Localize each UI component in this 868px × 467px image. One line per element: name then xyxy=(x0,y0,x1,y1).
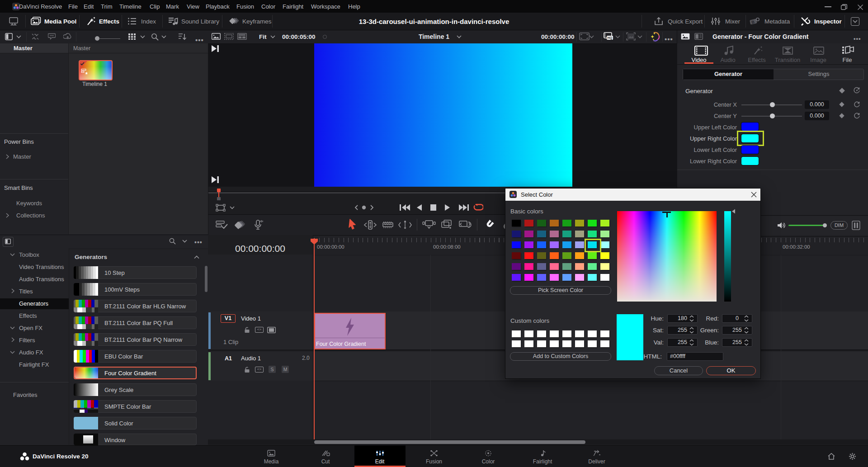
svg-text:HQ: HQ xyxy=(608,36,613,40)
